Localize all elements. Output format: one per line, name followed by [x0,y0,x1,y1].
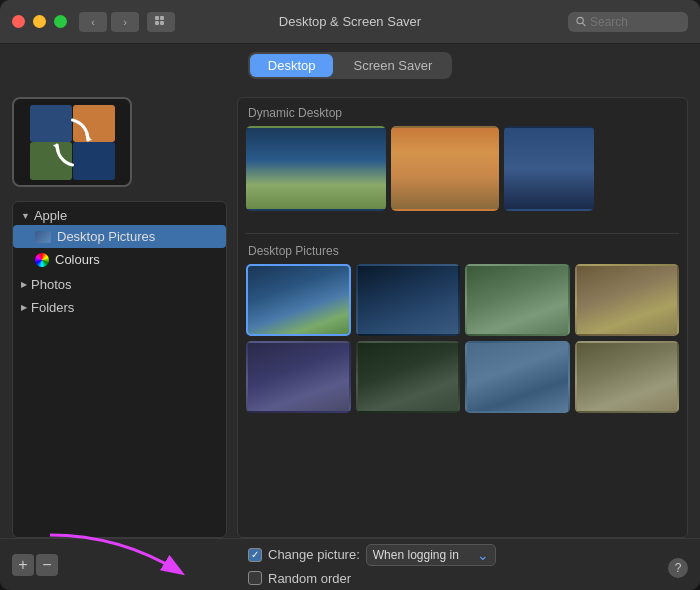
titlebar: ‹ › Desktop & Screen Saver [0,0,700,44]
dropdown-arrow-icon: ⌄ [477,547,489,563]
section-divider [246,233,679,234]
preview-icon [30,105,115,180]
help-button[interactable]: ? [668,558,688,578]
random-order-row: Random order [248,571,496,586]
traffic-lights [12,15,67,28]
triangle-icon: ▼ [21,211,30,221]
sidebar-section-apple-label: Apple [34,208,67,223]
triangle-photos-icon: ▶ [21,280,27,289]
change-picture-row: ✓ Change picture: When logging in ⌄ [248,544,496,566]
triangle-folders-icon: ▶ [21,303,27,312]
random-order-label: Random order [268,571,351,586]
desktop-thumb-3[interactable] [465,264,570,336]
tab-screen-saver[interactable]: Screen Saver [335,54,450,77]
sidebar-section-apple[interactable]: ▼ Apple [13,202,226,225]
svg-rect-3 [160,21,164,25]
change-picture-label: Change picture: [268,547,360,562]
tabs-bar: Desktop Screen Saver [0,44,700,87]
dropdown-value: When logging in [373,548,459,562]
svg-rect-9 [73,142,115,180]
svg-rect-2 [155,21,159,25]
sidebar-section-folders-label: Folders [31,300,74,315]
colors-icon [35,253,49,267]
sidebar-section-folders[interactable]: ▶ Folders [13,294,226,317]
svg-line-5 [583,23,585,25]
svg-rect-6 [30,105,72,142]
desktop-pictures-section: Desktop Pictures [246,244,679,413]
sidebar-item-colours-label: Colours [55,252,100,267]
preview-area [12,97,132,187]
desktop-thumb-5[interactable] [246,341,351,413]
tabs-container: Desktop Screen Saver [248,52,452,79]
sidebar-item-desktop-pictures[interactable]: Desktop Pictures [13,225,226,248]
desktop-pictures-grid-top [246,264,679,336]
dynamic-desktop-label: Dynamic Desktop [246,106,679,120]
grid-button[interactable] [147,12,175,32]
desktop-thumb-6[interactable] [356,341,461,413]
sidebar-section-photos-label: Photos [31,277,71,292]
bottom-bar: + − ✓ Change picture: When logging in ⌄ … [0,538,700,590]
maximize-button[interactable] [54,15,67,28]
tab-desktop[interactable]: Desktop [250,54,334,77]
back-button[interactable]: ‹ [79,12,107,32]
checkbox-check-icon: ✓ [251,549,259,560]
close-button[interactable] [12,15,25,28]
wallpaper-content: Dynamic Desktop Desktop Pictures [237,97,688,538]
desktop-pictures-grid-bottom [246,341,679,413]
svg-point-4 [577,17,583,23]
search-icon [576,16,586,27]
desktop-thumb-4[interactable] [575,264,680,336]
sidebar-section-photos[interactable]: ▶ Photos [13,271,226,294]
desktop-thumb-8[interactable] [575,341,680,413]
desktop-pictures-label: Desktop Pictures [246,244,679,258]
sidebar-item-desktop-pictures-label: Desktop Pictures [57,229,155,244]
sidebar-item-colours[interactable]: Colours [13,248,226,271]
search-box[interactable] [568,12,688,32]
sidebar-list: ▼ Apple Desktop Pictures Colours ▶ Photo… [12,201,227,538]
dynamic-desktop-grid [246,126,679,211]
navigation-buttons: ‹ › [79,12,175,32]
add-button[interactable]: + [12,554,34,576]
bottom-options: ✓ Change picture: When logging in ⌄ Rand… [248,544,496,586]
right-panel: Dynamic Desktop Desktop Pictures [237,97,688,538]
dynamic-thumb-2[interactable] [391,126,499,211]
left-panel: ▼ Apple Desktop Pictures Colours ▶ Photo… [12,97,227,538]
random-order-checkbox[interactable] [248,571,262,585]
dynamic-thumb-3[interactable] [504,126,594,211]
dynamic-thumb-1[interactable] [246,126,386,211]
app-window: ‹ › Desktop & Screen Saver Desktop [0,0,700,590]
forward-button[interactable]: › [111,12,139,32]
desktop-thumb-1[interactable] [246,264,351,336]
search-input[interactable] [590,15,680,29]
desktop-thumb-7[interactable] [465,341,570,413]
svg-rect-0 [155,16,159,20]
svg-rect-1 [160,16,164,20]
main-content: ▼ Apple Desktop Pictures Colours ▶ Photo… [0,87,700,538]
change-picture-dropdown[interactable]: When logging in ⌄ [366,544,496,566]
dynamic-desktop-section: Dynamic Desktop [246,106,679,215]
desktop-pictures-icon [35,231,51,243]
minimize-button[interactable] [33,15,46,28]
window-title: Desktop & Screen Saver [279,14,421,29]
change-picture-checkbox[interactable]: ✓ [248,548,262,562]
remove-button[interactable]: − [36,554,58,576]
desktop-thumb-2[interactable] [356,264,461,336]
add-remove-buttons: + − [12,554,58,576]
